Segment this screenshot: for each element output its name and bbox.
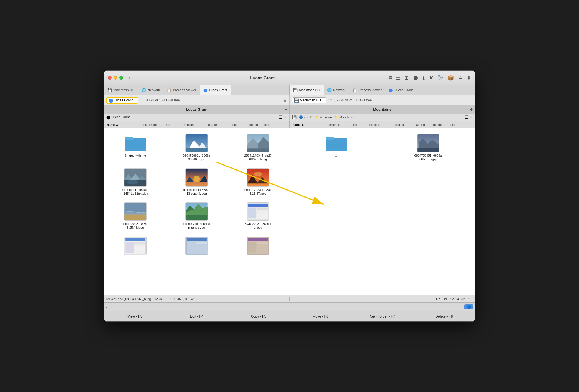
right-status-pane: .. DIR 19.03.2024, 20:15:17 <box>290 297 475 301</box>
right-file-grid: .. 6904758951 <box>292 133 472 163</box>
file-item-mountain-landscape[interactable]: mountain-landscape-14541...51gxa.jpg <box>120 167 151 197</box>
right-drive-selector[interactable]: 💾 Macintosh HD ⌄ <box>292 97 326 103</box>
left-free-space: 13,01 GB of 16,11 GB free <box>140 98 281 102</box>
list-view-icon[interactable]: ≡ <box>389 75 392 81</box>
right-path-2[interactable]: n <box>306 115 308 119</box>
tab-label-macintosh-hd-left: Macintosh HD <box>113 88 134 92</box>
left-drive-selector[interactable]: ⬤ Lucas Grant ⌄ <box>106 97 138 104</box>
col-opened-left[interactable]: opened <box>246 123 263 126</box>
file-item-scr[interactable]: SCR-20231030-nsra.jpeg <box>243 201 273 231</box>
compress-icon[interactable]: 📦 <box>448 75 454 81</box>
left-panel-plus[interactable]: + <box>284 107 287 112</box>
tab-label-network-right: Network <box>333 88 345 92</box>
tab-network-left[interactable]: 🌐 Network <box>138 85 163 95</box>
right-free-space: 121,07 GB of 245,11 GB free <box>328 98 473 102</box>
svg-rect-36 <box>257 212 265 214</box>
file-item-pexels[interactable]: pexels-photo-5687913 copy 3.jpeg <box>181 167 212 197</box>
left-breadcrumb: ⬤ Lucas Grant ☰ ★ <box>104 114 290 121</box>
file-item-bottom-1[interactable] <box>123 235 148 257</box>
tab-process-viewer-right[interactable]: 📋 Process Viewer <box>349 85 385 95</box>
left-status-size: 123 KB <box>154 297 164 301</box>
move-button[interactable]: Move - F6 <box>290 311 351 321</box>
col-size-left[interactable]: size <box>164 123 181 126</box>
file-item-parent-folder[interactable]: .. <box>324 133 349 163</box>
detail-view-icon[interactable]: ☰ <box>396 75 400 81</box>
toggle-icon[interactable]: ⏺ <box>412 74 419 81</box>
left-file-pane[interactable]: Shared with me <box>104 128 290 295</box>
star-icon-right[interactable]: ★ <box>469 115 473 119</box>
close-button[interactable] <box>108 76 112 80</box>
col-name-right[interactable]: name ▲ <box>291 123 327 126</box>
file-item-scenery[interactable]: scenery-of-mountain-range-.jpg <box>181 201 212 231</box>
file-item-shared-with-me[interactable]: Shared with me <box>123 133 148 163</box>
tab-macintosh-hd-right[interactable]: 💾 Macintosh HD <box>290 85 324 95</box>
svg-rect-42 <box>134 244 145 246</box>
svg-rect-53 <box>326 138 347 151</box>
tab-label-lucas-grant-right: Lucas Grant <box>394 88 413 92</box>
col-modified-right[interactable]: modified <box>367 123 392 126</box>
back-button[interactable]: ‹ <box>127 75 131 81</box>
col-extension-left[interactable]: extension <box>142 123 164 126</box>
command-go-button[interactable]: 🔵 <box>464 304 473 309</box>
list-icon-right[interactable]: ☰ <box>464 115 468 119</box>
file-item-photo-2023-37[interactable]: photo_2023-10-3015.25.37.jpeg <box>243 167 273 197</box>
preview-icon[interactable]: 👁 <box>428 75 434 81</box>
right-path-separator-5: › <box>333 115 334 119</box>
col-created-right[interactable]: created <box>392 123 415 126</box>
right-path-separator-2: › <box>304 115 305 119</box>
file-item-photo-2023-48[interactable]: photo_2023-10-3015.25.48.jpeg <box>120 201 151 231</box>
minimize-button[interactable] <box>114 76 117 80</box>
copy-button[interactable]: Copy - F5 <box>228 311 290 321</box>
tab-macintosh-hd-left[interactable]: 💾 Macintosh HD <box>104 85 138 95</box>
col-created-left[interactable]: created <box>207 123 229 126</box>
col-extension-right[interactable]: extension <box>327 123 350 126</box>
file-item-bottom-3[interactable] <box>246 235 270 257</box>
left-upload-icon[interactable]: ▲ <box>283 98 287 103</box>
file-label-parent: .. <box>335 153 337 157</box>
col-modified-left[interactable]: modified <box>181 123 207 126</box>
col-opened-right[interactable]: opened <box>432 123 448 126</box>
tab-lucas-grant-left[interactable]: ⬤ Lucas Grant <box>200 85 231 95</box>
right-panel-plus[interactable]: + <box>470 107 473 112</box>
right-path-1[interactable]: 🔵 <box>299 115 303 119</box>
col-added-right[interactable]: added <box>415 123 432 126</box>
col-kind-right[interactable]: kind <box>448 123 465 126</box>
right-panel-header: Mountains + <box>290 105 475 114</box>
tab-network-right[interactable]: 🌐 Network <box>324 85 349 95</box>
maximize-button[interactable] <box>119 76 123 80</box>
star-icon-left[interactable]: ★ <box>284 115 287 119</box>
binoculars-icon[interactable]: 🔭 <box>437 75 444 81</box>
forward-button[interactable]: › <box>132 75 136 81</box>
download-icon[interactable]: ⬇ <box>467 75 471 81</box>
col-name-left[interactable]: name ▲ <box>105 123 142 126</box>
right-path-vacation[interactable]: 📁 Vacation <box>315 115 332 119</box>
right-path-3[interactable]: D <box>310 115 313 119</box>
file-item-6904-copy[interactable]: 6904758951_6868a06560_b.jpg <box>413 133 443 163</box>
edit-button[interactable]: Edit - F4 <box>166 311 228 321</box>
grid-view-icon[interactable]: ⊞ <box>404 75 409 81</box>
new-folder-button[interactable]: New Folder - F7 <box>351 311 413 321</box>
right-path-mountains[interactable]: 📁 Mountains <box>335 115 354 119</box>
command-input-area <box>104 305 463 309</box>
right-status-date: 19.03.2024, 20:15:17 <box>443 297 473 301</box>
delete-button[interactable]: Delete - F8 <box>413 311 475 321</box>
info-icon[interactable]: ℹ <box>423 75 425 81</box>
view-button[interactable]: View - F3 <box>104 311 166 321</box>
col-added-left[interactable]: added <box>229 123 246 126</box>
right-path-separator-4: › <box>313 115 315 119</box>
network-drive-icon[interactable]: 🖥 <box>458 75 463 81</box>
col-kind-left[interactable]: kind <box>263 123 280 126</box>
file-item-25341[interactable]: 25341240344_ce270f19c8_b.jpg <box>243 133 273 163</box>
command-input[interactable] <box>106 305 460 309</box>
main-window: ‹ › Lucas Grant ≡ ☰ ⊞ ⏺ ℹ 👁 🔭 📦 🖥 ⬇ 💾 Ma… <box>104 70 475 322</box>
list-icon-left[interactable]: ☰ <box>279 115 283 119</box>
command-bar: 🔵 <box>104 302 475 311</box>
content-row: Shared with me <box>104 128 475 295</box>
col-size-right[interactable]: size <box>350 123 367 126</box>
tab-process-viewer-left[interactable]: 📋 Process Viewer <box>163 85 200 95</box>
tab-lucas-grant-right[interactable]: ⬤ Lucas Grant <box>385 85 416 95</box>
file-item-6904[interactable]: 6904758951_6868a06560_b.jpg <box>181 133 212 163</box>
right-file-pane[interactable]: .. 6904758951 <box>290 128 475 295</box>
file-item-bottom-2[interactable] <box>184 235 209 257</box>
thumb-6904 <box>185 134 208 152</box>
